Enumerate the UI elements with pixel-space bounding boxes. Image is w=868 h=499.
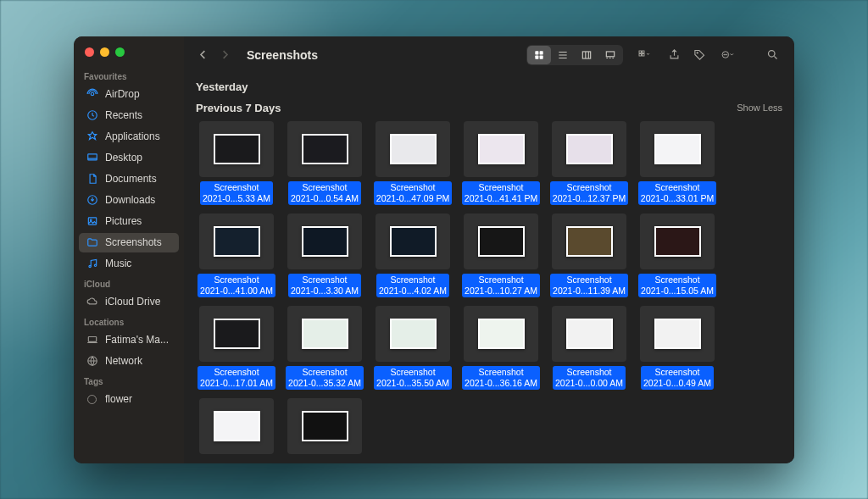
file-item[interactable]: Screenshot2021-0...11.39 AM [545, 213, 633, 297]
file-name: Screenshot2021-0...11.39 AM [550, 274, 628, 297]
file-item[interactable] [281, 398, 369, 454]
thumbnail [566, 134, 613, 164]
file-name: Screenshot2021-0...4.02 AM [376, 274, 449, 297]
sidebar-item-computer[interactable]: Fatima's Ma... [79, 330, 179, 350]
share-button[interactable] [664, 45, 684, 65]
thumbnail-wrap [199, 213, 274, 269]
sidebar-item-airdrop[interactable]: AirDrop [79, 85, 179, 104]
thumbnail-wrap [552, 213, 626, 269]
file-item[interactable]: Screenshot2021-0...0.49 AM [633, 306, 721, 390]
file-name: Screenshot2021-0...3.30 AM [288, 274, 361, 297]
thumbnail [214, 134, 260, 164]
file-item[interactable]: Screenshot2021-0...3.30 AM [281, 213, 369, 297]
svg-rect-16 [639, 51, 642, 53]
file-item[interactable]: Screenshot2021-0...35.50 AM [369, 306, 457, 390]
cloud-icon [86, 296, 98, 308]
sidebar-item-label: iCloud Drive [105, 296, 172, 308]
sidebar-item-applications[interactable]: Applications [79, 127, 179, 147]
file-name: Screenshot2021-0...41.41 PM [462, 181, 540, 205]
gallery-view-button[interactable] [598, 46, 622, 64]
file-name: Screenshot2021-0...35.50 AM [374, 366, 452, 390]
file-item[interactable]: Screenshot2021-0...4.02 AM [369, 213, 457, 297]
thumbnail-wrap [287, 306, 362, 362]
thumbnail [566, 319, 613, 349]
folder-icon [86, 236, 98, 249]
sidebar-item-desktop[interactable]: Desktop [79, 148, 179, 168]
file-item[interactable] [192, 398, 281, 454]
svg-point-0 [91, 92, 94, 96]
thumbnail [478, 134, 525, 164]
sidebar-section-tags: Tags [74, 372, 184, 389]
file-item[interactable]: Screenshot2021-0...35.32 AM [281, 306, 369, 390]
sidebar-item-icloud-drive[interactable]: iCloud Drive [79, 292, 179, 312]
group-yesterday[interactable]: Yesterday [192, 75, 786, 97]
sidebar-item-recents[interactable]: Recents [79, 106, 179, 125]
file-item[interactable]: Screenshot2021-0...41.00 AM [192, 213, 281, 297]
tags-button[interactable] [689, 45, 709, 65]
actions-button[interactable] [715, 45, 740, 65]
sidebar-item-pictures[interactable]: Pictures [79, 212, 179, 231]
file-item[interactable]: Screenshot2021-0...0.00 AM [545, 306, 633, 390]
column-view-button[interactable] [575, 46, 598, 64]
search-button[interactable] [762, 45, 782, 65]
sidebar-item-documents[interactable]: Documents [79, 169, 179, 189]
thumbnail-wrap [287, 213, 362, 269]
svg-rect-19 [642, 54, 644, 57]
sidebar-item-label: Screenshots [105, 236, 172, 248]
thumbnail [302, 319, 348, 349]
file-item[interactable]: Screenshot2021-0...15.05 AM [633, 213, 721, 297]
sidebar-item-label: Music [105, 258, 172, 269]
thumbnail-wrap [640, 306, 715, 362]
back-button[interactable] [192, 45, 213, 65]
file-item[interactable]: Screenshot2021-0...0.54 AM [281, 121, 369, 205]
thumbnail-wrap [640, 121, 715, 177]
svg-point-6 [88, 265, 90, 267]
minimize-window-button[interactable] [100, 47, 109, 57]
sidebar-item-downloads[interactable]: Downloads [79, 191, 179, 210]
thumbnail-wrap [464, 213, 538, 269]
group-previous-7-days[interactable]: Previous 7 Days Show Less [192, 97, 786, 118]
maximize-window-button[interactable] [115, 47, 125, 57]
thumbnail [302, 134, 348, 164]
thumbnail [390, 226, 437, 257]
desktop-icon [86, 152, 98, 164]
thumbnail-wrap [287, 121, 362, 177]
thumbnail-wrap [464, 121, 538, 177]
list-view-button[interactable] [551, 46, 575, 64]
tag-dot-icon [86, 393, 98, 406]
file-item[interactable]: Screenshot2021-0...5.33 AM [192, 121, 281, 205]
file-item[interactable]: Screenshot2021-0...36.16 AM [457, 306, 545, 390]
sidebar-item-network[interactable]: Network [79, 352, 179, 371]
forward-button[interactable] [214, 45, 235, 65]
svg-rect-4 [88, 218, 96, 225]
sidebar-section-locations: Locations [74, 313, 184, 330]
sidebar-item-tag-flower[interactable]: flower [79, 390, 179, 409]
file-item[interactable]: Screenshot2021-0...12.37 PM [545, 121, 633, 205]
thumbnail [302, 226, 348, 257]
show-less-button[interactable]: Show Less [737, 103, 782, 113]
icon-view-button[interactable] [527, 46, 551, 64]
file-item[interactable]: Screenshot2021-0...47.09 PM [369, 121, 457, 205]
sidebar-item-label: Recents [105, 109, 172, 121]
view-mode-segment [526, 45, 623, 65]
file-item[interactable]: Screenshot2021-0...33.01 PM [633, 121, 721, 205]
thumbnail-wrap [287, 398, 362, 454]
thumbnail [214, 226, 260, 257]
file-item[interactable]: Screenshot2021-0...10.27 AM [457, 213, 545, 297]
file-browser-body[interactable]: Yesterday Previous 7 Days Show Less Scre… [184, 74, 794, 463]
file-name: Screenshot2021-0...17.01 AM [198, 366, 275, 390]
file-item[interactable]: Screenshot2021-0...41.41 PM [457, 121, 545, 205]
file-item[interactable]: Screenshot2021-0...17.01 AM [192, 306, 281, 390]
svg-point-7 [94, 264, 96, 266]
svg-point-22 [723, 54, 724, 55]
sidebar-item-music[interactable]: Music [79, 254, 179, 274]
sidebar-item-label: Network [105, 355, 172, 367]
sidebar-item-screenshots[interactable]: Screenshots [79, 233, 179, 252]
svg-rect-11 [540, 51, 543, 54]
svg-point-24 [726, 54, 727, 55]
thumbnail [654, 226, 701, 257]
thumbnail [214, 319, 260, 349]
group-by-button[interactable] [630, 45, 659, 65]
svg-rect-10 [535, 51, 538, 54]
close-window-button[interactable] [85, 47, 94, 57]
